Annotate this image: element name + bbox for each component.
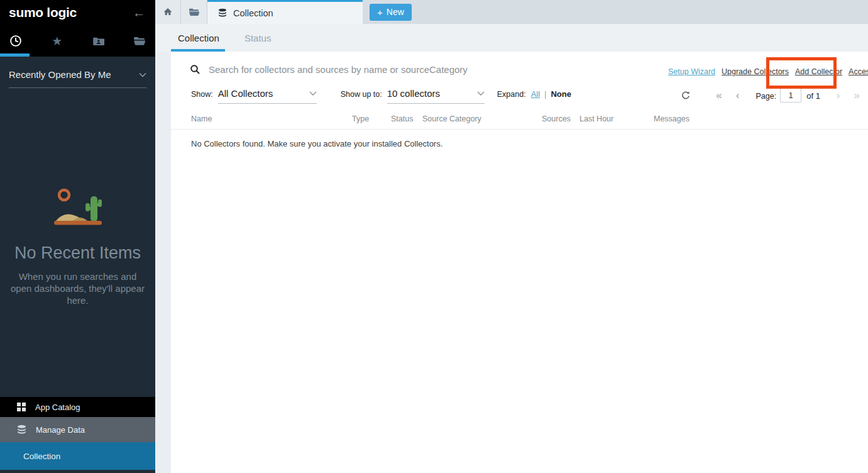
empty-state-title: No Recent Items <box>0 243 155 263</box>
sidebar: sumo logic ← ★ Recently Opened By Me <box>0 0 155 473</box>
first-page-button[interactable]: « <box>716 90 722 101</box>
secondary-tabs: Collection Status <box>155 24 868 52</box>
refresh-icon <box>681 91 691 101</box>
sidebar-item-manage-data[interactable]: Manage Data <box>0 417 155 442</box>
filter-row: Show: All Collectors Show up to: 10 coll… <box>171 88 868 104</box>
refresh-button[interactable] <box>681 91 691 101</box>
page-number-input[interactable] <box>780 88 801 103</box>
expand-label: Expand: <box>497 90 526 99</box>
sidebar-item-app-catalog[interactable]: App Catalog <box>0 397 155 417</box>
sidebar-item-label: Collection <box>23 452 60 461</box>
plus-icon: + <box>377 7 383 18</box>
no-recent-items-empty-state: No Recent Items When you run searches an… <box>0 187 155 306</box>
new-button-label: New <box>387 7 404 17</box>
show-up-to-dropdown[interactable]: 10 collectors <box>387 88 485 104</box>
tab-label: Collection <box>233 8 273 18</box>
page-label: Page: <box>756 92 777 101</box>
library-tab-button[interactable] <box>181 0 207 24</box>
last-page-button[interactable]: » <box>854 90 860 101</box>
search-input[interactable] <box>209 64 661 75</box>
favorites-star-icon[interactable]: ★ <box>50 34 64 48</box>
database-icon <box>16 425 27 435</box>
column-header-status[interactable]: Status <box>391 114 422 123</box>
pagination: « ‹ Page: of 1 › » <box>681 88 860 103</box>
collectors-table-header: Name Type Status Source Category Sources… <box>171 114 868 130</box>
column-header-messages[interactable]: Messages <box>654 114 868 123</box>
tab-collection[interactable]: Collection <box>207 0 363 24</box>
top-tab-strip: Collection + New <box>155 0 868 24</box>
column-header-name[interactable]: Name <box>191 114 352 123</box>
header-links: Setup Wizard Upgrade Collectors Add Coll… <box>668 67 868 76</box>
tab-strip-spacer: + New <box>363 0 868 24</box>
sidebar-item-label: App Catalog <box>35 403 80 412</box>
expand-none-link[interactable]: None <box>551 89 571 99</box>
expand-controls: Expand: All | None <box>497 89 571 99</box>
setup-wizard-link[interactable]: Setup Wizard <box>668 67 715 76</box>
database-icon <box>217 8 228 18</box>
folder-icon <box>189 7 199 18</box>
show-dropdown[interactable]: All Collectors <box>218 88 317 104</box>
sumo-logic-logo[interactable]: sumo logic <box>9 5 77 20</box>
sidebar-item-label: Manage Data <box>36 425 85 435</box>
desert-cactus-illustration <box>54 187 102 226</box>
recents-clock-icon[interactable] <box>9 34 23 48</box>
active-nav-indicator <box>0 53 30 57</box>
show-label: Show: <box>191 90 213 99</box>
recently-opened-dropdown[interactable]: Recently Opened By Me <box>9 57 146 88</box>
sidebar-header: sumo logic ← <box>0 0 155 25</box>
shared-content-icon[interactable] <box>91 34 105 48</box>
chevron-down-icon <box>477 91 485 96</box>
sidebar-nav: ★ <box>0 25 155 57</box>
add-collector-link[interactable]: Add Collector <box>795 67 842 76</box>
content-gutter <box>155 52 171 473</box>
content-area: Setup Wizard Upgrade Collectors Add Coll… <box>155 52 868 473</box>
show-dropdown-value: All Collectors <box>218 88 273 99</box>
home-tab-button[interactable] <box>155 0 181 24</box>
recently-opened-label: Recently Opened By Me <box>9 69 111 80</box>
access-keys-link[interactable]: Access Keys <box>849 67 868 76</box>
main-area: Collection + New Collection Status Set <box>155 0 868 473</box>
collection-panel: Setup Wizard Upgrade Collectors Add Coll… <box>171 52 868 473</box>
sidebar-item-collection[interactable]: Collection <box>0 442 155 470</box>
subtab-status[interactable]: Status <box>244 33 272 43</box>
column-header-source-category[interactable]: Source Category <box>422 114 542 123</box>
upgrade-collectors-link[interactable]: Upgrade Collectors <box>722 67 789 76</box>
search-icon <box>190 64 201 75</box>
home-icon <box>163 7 173 17</box>
expand-divider: | <box>544 89 546 99</box>
no-collectors-message: No Collectors found. Make sure you activ… <box>191 139 442 148</box>
new-button[interactable]: + New <box>370 4 412 21</box>
chevron-down-icon <box>139 72 146 77</box>
app-grid-icon <box>16 402 26 412</box>
chevron-down-icon <box>309 91 317 96</box>
column-header-last-hour[interactable]: Last Hour <box>580 114 654 123</box>
show-up-to-label: Show up to: <box>341 90 382 99</box>
search-row <box>190 60 661 79</box>
sidebar-body: Recently Opened By Me No Recent Items Wh… <box>0 57 155 397</box>
next-page-button[interactable]: › <box>837 90 840 101</box>
collapse-sidebar-icon[interactable]: ← <box>133 6 145 19</box>
subtab-collection[interactable]: Collection <box>178 33 219 43</box>
column-header-type[interactable]: Type <box>352 114 391 123</box>
prev-page-button[interactable]: ‹ <box>736 90 740 101</box>
column-header-sources[interactable]: Sources <box>542 114 580 123</box>
sidebar-footer <box>0 470 155 473</box>
show-up-to-dropdown-value: 10 collectors <box>387 88 440 99</box>
library-folder-icon[interactable] <box>133 34 146 48</box>
page-of-label: of 1 <box>806 91 820 101</box>
expand-all-link[interactable]: All <box>531 89 540 99</box>
empty-state-subtitle: When you run searches and open dashboard… <box>11 270 145 306</box>
